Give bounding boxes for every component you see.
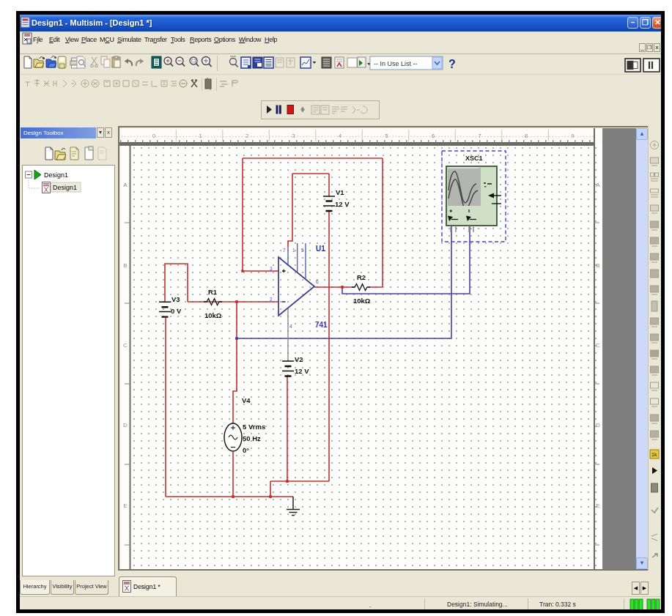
svg-text:12 V: 12 V: [295, 367, 309, 375]
svg-text:1: 1: [199, 133, 202, 139]
svg-text:Design1: Design1: [53, 184, 77, 191]
svg-text:D: D: [596, 422, 600, 428]
svg-text:D: D: [123, 422, 128, 428]
svg-text:?: ?: [448, 58, 456, 70]
svg-text:V4: V4: [242, 396, 251, 404]
svg-text:4: 4: [339, 133, 341, 139]
svg-text:E: E: [596, 502, 599, 509]
svg-text:12 V: 12 V: [335, 200, 350, 208]
svg-text:C: C: [123, 342, 128, 349]
svg-text:8: 8: [525, 133, 528, 139]
svg-text:1: 1: [292, 248, 295, 253]
svg-text:6: 6: [316, 279, 319, 284]
svg-text:-- In Use List --: -- In Use List --: [374, 60, 418, 67]
svg-text:6: 6: [432, 133, 435, 139]
svg-text:0: 0: [152, 133, 155, 139]
svg-text:9: 9: [571, 133, 574, 139]
svg-text:R2: R2: [357, 273, 366, 281]
svg-text:V3: V3: [171, 295, 180, 303]
svg-text:E: E: [123, 502, 127, 509]
svg-text:A: A: [123, 182, 128, 188]
svg-text:2: 2: [270, 297, 273, 302]
svg-text:2: 2: [245, 133, 248, 139]
svg-text:5: 5: [301, 248, 304, 253]
svg-text:5 Vrms: 5 Vrms: [243, 423, 265, 431]
svg-text:XSC1: XSC1: [465, 155, 483, 162]
svg-text:7: 7: [478, 133, 481, 139]
svg-text:741: 741: [315, 321, 328, 329]
svg-text:A: A: [596, 182, 600, 188]
svg-text:Design1: Design1: [44, 171, 68, 179]
svg-text:U1: U1: [316, 245, 325, 253]
svg-text:1k: 1k: [651, 452, 657, 457]
svg-text:B: B: [596, 262, 599, 269]
svg-text:0 V: 0 V: [171, 307, 182, 315]
svg-text:B: B: [123, 262, 127, 269]
svg-text:4: 4: [289, 324, 292, 329]
svg-text:5: 5: [385, 133, 388, 139]
svg-text:7: 7: [283, 248, 286, 253]
svg-text:3: 3: [292, 133, 295, 139]
svg-text:V2: V2: [295, 355, 303, 363]
svg-text:3: 3: [270, 266, 273, 271]
svg-text:C: C: [596, 342, 600, 349]
svg-text:V1: V1: [336, 188, 344, 196]
svg-text:10kΩ: 10kΩ: [353, 297, 371, 305]
svg-text:R1: R1: [208, 288, 218, 296]
svg-text:0°: 0°: [243, 446, 249, 454]
svg-text:50 Hz: 50 Hz: [243, 434, 261, 442]
svg-text:10kΩ: 10kΩ: [204, 311, 222, 319]
